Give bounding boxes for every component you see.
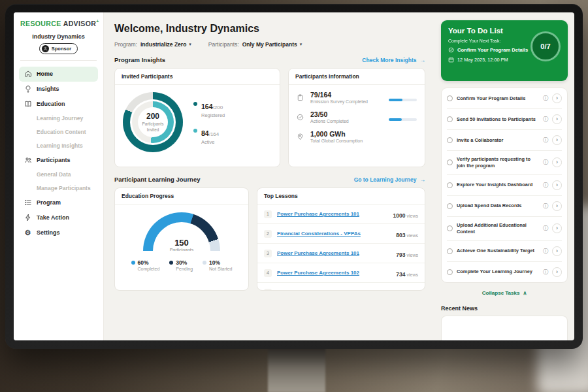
chevron-down-icon: ▾	[300, 42, 302, 47]
sidebar-item-general-data[interactable]: General Data	[19, 168, 98, 182]
task-checkbox[interactable]	[447, 159, 453, 165]
sidebar-item-label: Education	[37, 101, 65, 107]
monitor-stand	[268, 347, 325, 392]
task-row[interactable]: Invite a Collaborator ⓘ ›	[447, 130, 562, 151]
task-row[interactable]: Upload Additional Educational Content ⓘ …	[447, 217, 562, 241]
program-filter[interactable]: Program: Industrialize Zero ▾	[114, 41, 191, 48]
legend-dot	[203, 261, 206, 265]
chevron-right-icon[interactable]: ›	[552, 223, 562, 233]
task-checkbox[interactable]	[447, 116, 453, 122]
program-icon	[24, 199, 32, 206]
sponsor-badge-label: Sponsor	[52, 46, 71, 52]
org-name: Industry Dynamics	[19, 33, 98, 40]
collapse-tasks-link[interactable]: Collapse Tasks ∧	[441, 290, 568, 296]
task-checkbox[interactable]	[447, 248, 453, 254]
task-checkbox[interactable]	[447, 269, 453, 275]
info-icon[interactable]: ⓘ	[543, 269, 548, 276]
sidebar-item-label: Insights	[37, 86, 59, 92]
lesson-row: 2 Financial Considerations - VPPAs 803vi…	[257, 224, 425, 244]
info-icon[interactable]: ⓘ	[543, 203, 548, 210]
chevron-right-icon[interactable]: ›	[552, 246, 562, 256]
sidebar-item-insights[interactable]: Insights	[19, 82, 98, 97]
task-row[interactable]: Confirm Your Program Details ⓘ ›	[447, 88, 562, 109]
task-row[interactable]: Verify participants requesting to join t…	[447, 151, 562, 175]
participants-information-card-title: Participants Information	[289, 69, 425, 85]
chevron-right-icon[interactable]: ›	[552, 267, 562, 277]
sidebar-item-label: Learning Journey	[37, 115, 83, 122]
task-checkbox[interactable]	[447, 203, 453, 209]
gauge-legend: 60% Completed 30% Pending 10% Not Starte…	[131, 259, 233, 271]
info-icon[interactable]: ⓘ	[543, 182, 548, 189]
home-icon	[24, 70, 32, 78]
sidebar-item-education[interactable]: Education	[19, 97, 98, 112]
info-icon[interactable]: ⓘ	[543, 116, 548, 123]
chevron-right-icon[interactable]: ›	[552, 93, 562, 103]
participants-filter[interactable]: Participants: Only My Participants ▾	[208, 41, 302, 48]
sidebar-divider	[20, 60, 97, 61]
person-icon	[42, 45, 49, 52]
info-icon[interactable]: ⓘ	[543, 137, 548, 144]
task-row[interactable]: Send 50 Invitations to Participants ⓘ ›	[447, 109, 562, 130]
sidebar-item-participants[interactable]: Participants	[19, 153, 98, 168]
task-row[interactable]: Complete Your Learning Journey ⓘ ›	[447, 262, 562, 282]
task-row[interactable]: Achieve One Sustainability Target ⓘ ›	[447, 241, 562, 262]
sidebar-item-education-content[interactable]: Education Content	[19, 125, 98, 139]
task-checkbox[interactable]	[447, 137, 453, 143]
arrow-right-icon: →	[420, 57, 426, 63]
chevron-right-icon[interactable]: ›	[552, 157, 562, 167]
info-row-emission-survey: 79/164 Emission Survey Completed	[297, 91, 417, 104]
recent-news-title: Recent News	[441, 305, 568, 312]
monitor-bezel: RESOURCE ADVISOR+ Industry Dynamics Spon…	[5, 4, 583, 349]
lesson-row: 3 Power Purchase Agreements 101 793views	[257, 244, 425, 263]
check-more-insights-link[interactable]: Check More Insights →	[362, 57, 425, 63]
go-to-learning-journey-link[interactable]: Go to Learning Journey →	[354, 176, 425, 183]
sidebar-item-take-action[interactable]: Take Action	[19, 210, 98, 225]
sidebar-item-home[interactable]: Home	[19, 67, 98, 82]
sidebar-item-label: Settings	[37, 229, 60, 236]
task-row[interactable]: Upload Spend Data Records ⓘ ›	[447, 196, 562, 217]
lesson-link[interactable]: Power Purchase Agreements 102	[277, 270, 391, 276]
lesson-link[interactable]: Financial Considerations - VPPAs	[277, 231, 391, 237]
chevron-right-icon[interactable]: ›	[552, 114, 562, 124]
sidebar-item-learning-journey[interactable]: Learning Journey	[19, 112, 98, 125]
sidebar: RESOURCE ADVISOR+ Industry Dynamics Spon…	[14, 12, 104, 340]
sidebar-item-learning-insights[interactable]: Learning Insights	[19, 139, 98, 153]
sidebar-item-manage-participants[interactable]: Manage Participants	[19, 182, 98, 195]
filter-bar: Program: Industrialize Zero ▾ Participan…	[114, 41, 425, 48]
info-icon[interactable]: ⓘ	[543, 248, 548, 255]
app-logo: RESOURCE ADVISOR+	[19, 19, 98, 27]
lesson-row: 1 Power Purchase Agreements 101 1000view…	[257, 204, 425, 224]
legend-item-pending: 30% Pending	[169, 259, 193, 271]
sidebar-item-program[interactable]: Program	[19, 195, 98, 210]
lesson-link[interactable]: Power Purchase Agreements 103	[277, 289, 391, 291]
legend-dot	[169, 261, 173, 265]
chevron-right-icon[interactable]: ›	[552, 135, 562, 145]
task-checkbox[interactable]	[447, 95, 453, 101]
todo-column: Your To Do List Complete Your Next Task:…	[434, 12, 574, 340]
chevron-right-icon[interactable]: ›	[552, 201, 562, 211]
calendar-icon	[448, 57, 454, 63]
program-filter-value: Industrialize Zero	[140, 41, 186, 48]
legend-item-not-started: 10% Not Started	[203, 259, 232, 271]
sidebar-item-label: Program	[37, 199, 61, 206]
info-row-actions-completed: 23/50 Actions Completed	[297, 110, 417, 123]
info-icon[interactable]: ⓘ	[543, 159, 548, 166]
task-checkbox[interactable]	[447, 225, 453, 231]
task-checkbox[interactable]	[447, 182, 453, 188]
legend-dot	[193, 102, 197, 106]
participants-filter-label: Participants:	[208, 41, 239, 48]
participants-filter-value: Only My Participants	[242, 41, 297, 48]
info-row-consumption: 1,000 GWh Total Global Consumption	[297, 130, 417, 143]
task-row[interactable]: Explore Your Insights Dashboard ⓘ ›	[447, 175, 562, 196]
program-insights-title: Program Insights	[114, 56, 165, 63]
todo-progress-ring: 0/7	[531, 31, 561, 61]
sidebar-item-settings[interactable]: ⚙ Settings	[19, 225, 98, 240]
lesson-link[interactable]: Power Purchase Agreements 101	[277, 211, 388, 217]
legend-item-active: 84/164 Active	[193, 127, 225, 145]
chevron-right-icon[interactable]: ›	[552, 180, 562, 190]
sponsor-badge[interactable]: Sponsor	[39, 43, 78, 54]
info-icon[interactable]: ⓘ	[543, 95, 548, 102]
invited-participants-card: Invited Participants 200 Participants In…	[114, 68, 280, 167]
lesson-link[interactable]: Power Purchase Agreements 101	[277, 250, 391, 256]
info-icon[interactable]: ⓘ	[543, 225, 548, 232]
